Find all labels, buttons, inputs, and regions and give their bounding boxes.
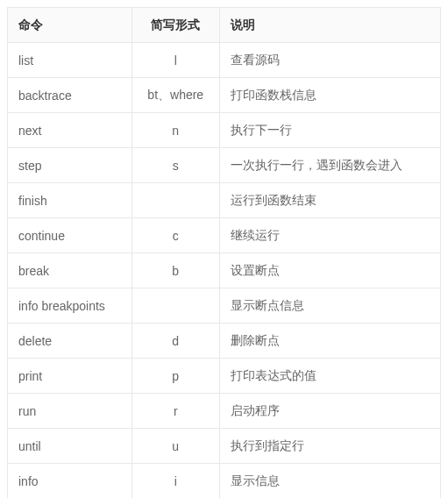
header-command: 命令 [8,8,132,43]
cell-description: 设置断点 [219,253,440,288]
cell-command: finish [8,183,132,218]
table-row: print p 打印表达式的值 [8,359,441,394]
cell-command: print [8,359,132,394]
gdb-commands-table: 命令 简写形式 说明 list l 查看源码 backtrace bt、wher… [7,7,441,498]
cell-command: delete [8,324,132,359]
table-row: delete d 删除断点 [8,324,441,359]
cell-shortform: bt、where [132,78,219,113]
cell-description: 继续运行 [219,218,440,253]
cell-shortform: i [132,464,219,499]
cell-shortform: b [132,253,219,288]
cell-description: 查看源码 [219,43,440,78]
cell-command: list [8,43,132,78]
table-header-row: 命令 简写形式 说明 [8,8,441,43]
cell-shortform: s [132,148,219,183]
cell-shortform: d [132,324,219,359]
cell-description: 打印函数栈信息 [219,78,440,113]
cell-command: until [8,429,132,464]
cell-command: backtrace [8,78,132,113]
table-row: list l 查看源码 [8,43,441,78]
cell-command: info breakpoints [8,288,132,324]
cell-command: info [8,464,132,499]
cell-command: next [8,113,132,148]
cell-command: break [8,253,132,288]
cell-shortform: c [132,218,219,253]
cell-shortform [132,183,219,218]
cell-shortform: r [132,394,219,429]
table-row: run r 启动程序 [8,394,441,429]
table-row: info breakpoints 显示断点信息 [8,288,441,324]
table-row: break b 设置断点 [8,253,441,288]
cell-description: 执行到指定行 [219,429,440,464]
table-row: until u 执行到指定行 [8,429,441,464]
table-row: continue c 继续运行 [8,218,441,253]
table-row: finish 运行到函数结束 [8,183,441,218]
cell-command: continue [8,218,132,253]
cell-description: 启动程序 [219,394,440,429]
table-row: step s 一次执行一行，遇到函数会进入 [8,148,441,183]
cell-shortform: u [132,429,219,464]
cell-description: 一次执行一行，遇到函数会进入 [219,148,440,183]
cell-description: 执行下一行 [219,113,440,148]
cell-command: run [8,394,132,429]
table-row: next n 执行下一行 [8,113,441,148]
cell-description: 删除断点 [219,324,440,359]
cell-shortform [132,288,219,324]
header-shortform: 简写形式 [132,8,219,43]
table-row: info i 显示信息 [8,464,441,499]
cell-shortform: l [132,43,219,78]
cell-shortform: p [132,359,219,394]
table-row: backtrace bt、where 打印函数栈信息 [8,78,441,113]
cell-description: 显示信息 [219,464,440,499]
table-body: list l 查看源码 backtrace bt、where 打印函数栈信息 n… [8,43,441,499]
cell-description: 打印表达式的值 [219,359,440,394]
header-description: 说明 [219,8,440,43]
cell-command: step [8,148,132,183]
cell-description: 显示断点信息 [219,288,440,324]
cell-description: 运行到函数结束 [219,183,440,218]
cell-shortform: n [132,113,219,148]
